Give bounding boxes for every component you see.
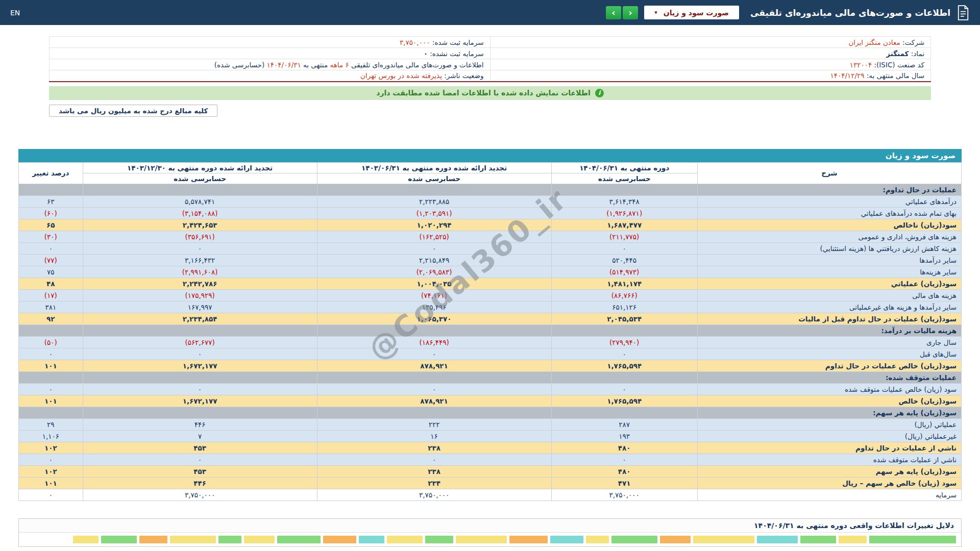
fiscal-year-value: ۱۴۰۴/۱۲/۲۹ — [830, 71, 864, 80]
table-row: غیرعملیاتي (ریال)۱۹۳۱۶۷۱,۱۰۶ — [19, 430, 962, 442]
highlighted-text-segment — [323, 536, 356, 543]
issuer-status-value: پذیرفته شده در بورس تهران — [360, 71, 442, 80]
row-value: ۱,۶۷۲,۱۷۷ — [83, 395, 317, 407]
row-value: ۶۵ — [19, 219, 83, 231]
report-type-text: اطلاعات و صورت‌های مالی میاندوره‌ای تلفی… — [351, 61, 483, 69]
row-label: ناشي از عملیات متوقف شده — [697, 454, 961, 465]
table-row: سود(زیان) پایه هر سهم: — [19, 407, 962, 418]
table-row: ناشي از عملیات متوقف شده۰۰۰۰ — [19, 454, 962, 465]
highlighted-text-segment — [277, 536, 321, 543]
row-value: ۲۳۸ — [317, 465, 551, 477]
row-value: ۳,۷۵۰,۰۰۰ — [83, 489, 317, 500]
fiscal-year-cell: سال مالی منتهی به: ۱۴۰۴/۱۲/۲۹ — [490, 70, 931, 82]
row-value: (۱۷۵,۹۲۹) — [83, 289, 317, 301]
registered-capital-cell: سرمایه ثبت شده: ۳,۷۵۰,۰۰۰ — [50, 37, 491, 48]
row-value: ۴۴۶ — [83, 477, 317, 489]
row-label: سود(زیان) خالص عملیات در حال تداوم — [697, 360, 961, 371]
table-row: سایر درآمدها۵۲۰,۴۴۵۲,۲۱۵,۸۴۹۳,۱۶۶,۴۳۲(۷۷… — [19, 254, 962, 266]
issuer-status-cell: وضعیت ناشر: پذیرفته شده در بورس تهران — [50, 70, 491, 82]
symbol-value: کمنگنز — [886, 49, 909, 58]
row-value: ۳,۷۵۰,۰۰۰ — [551, 489, 697, 500]
row-label: سود(زیان) عملیاتي — [697, 278, 961, 289]
row-value: ۱,۰۰۴,۰۳۵ — [317, 278, 551, 289]
row-label: سال جاری — [697, 336, 961, 348]
col-header-description: شرح — [697, 162, 961, 184]
highlighted-text-segment — [139, 536, 167, 543]
row-value: ۰ — [83, 348, 317, 360]
row-value: ۰ — [551, 348, 697, 360]
isic-cell: کد صنعت (ISIC): ۱۳۲۰۰۴ — [490, 59, 931, 70]
row-value: (۳۰) — [19, 231, 83, 242]
row-label: سود (زیان) خالص هر سهم – ریال — [697, 477, 961, 489]
row-value: ۸۷۸,۹۲۱ — [317, 360, 551, 371]
company-name-link[interactable]: معادن منگنز ایران — [848, 38, 900, 46]
issuer-status-label: وضعیت ناشر: — [444, 71, 483, 80]
capital-reg-value: ۳,۷۵۰,۰۰۰ — [400, 38, 430, 46]
info-row: نماد: کمنگنز سرمایه ثبت نشده: ۰ — [50, 48, 931, 59]
row-value: ۱,۷۶۵,۵۹۴ — [551, 395, 697, 407]
table-row: سود (زیان) خالص هر سهم – ریال۴۷۱۲۳۴۴۴۶۱۰… — [19, 477, 962, 489]
highlighted-text-segment — [218, 536, 241, 543]
isic-label: کد صنعت (ISIC): — [874, 61, 924, 69]
company-label: شرکت: — [902, 38, 924, 46]
symbol-label: نماد: — [911, 49, 924, 58]
highlighted-text-segment — [509, 536, 548, 543]
report-duration-text: ۶ ماهه — [330, 61, 349, 69]
row-value: (۱۸۶,۴۴۹) — [317, 336, 551, 348]
highlighted-text-segment — [244, 536, 275, 543]
table-row: سود(زیان) خالص عملیات در حال تداوم۱,۷۶۵,… — [19, 360, 962, 371]
statement-dropdown[interactable]: صورت سود و زیان ▾ — [644, 6, 739, 19]
row-value: ۳,۱۶۶,۴۳۲ — [83, 254, 317, 266]
row-label: هزینه کاهش ارزش دریافتني ها (هزینه استثن… — [697, 242, 961, 254]
row-value: ۲۳۴ — [317, 477, 551, 489]
row-value: ۱۰۱ — [19, 360, 83, 371]
row-label: سود(زیان) ناخالص — [697, 219, 961, 231]
highlighted-text-segment — [170, 536, 216, 543]
unregistered-capital-cell: سرمایه ثبت نشده: ۰ — [50, 48, 491, 59]
change-reasons-title: دلایل تغییرات اطلاعات واقعی دوره منتهی ب… — [19, 519, 961, 533]
row-value: ۴۴۶ — [83, 418, 317, 430]
table-row: درآمدهای عملیاتي۳,۶۱۴,۳۴۸۲,۲۲۳,۸۸۵۵,۵۷۸,… — [19, 195, 962, 207]
table-row: سود (زیان) خالص عملیات متوقف شده۰۰۰۰ — [19, 383, 962, 395]
row-value: ۲,۲۲۳,۸۸۵ — [317, 195, 551, 207]
row-value: (۷۷) — [19, 254, 83, 266]
table-row: ناشي از عملیات در حال تداوم۴۸۰۲۳۸۴۵۳۱۰۲ — [19, 442, 962, 454]
row-value — [19, 324, 83, 336]
chevron-down-icon: ▾ — [654, 9, 657, 16]
row-value — [19, 184, 83, 195]
row-label: عملیات در حال تداوم: — [697, 184, 961, 195]
row-label: هزینه مالیات بر درآمد: — [697, 324, 961, 336]
row-value: ۰ — [83, 383, 317, 395]
row-value: ۸۷۸,۹۲۱ — [317, 395, 551, 407]
row-value: (۶۰) — [19, 207, 83, 219]
row-value: ۲۲۲ — [317, 418, 551, 430]
income-statement-section: صورت سود و زیان شرح دوره منتهی به ۱۴۰۴/۰… — [18, 149, 962, 501]
row-value — [317, 371, 551, 383]
row-value: ۲,۴۲۴,۶۵۳ — [83, 219, 317, 231]
row-value: ۰ — [83, 242, 317, 254]
table-row: عملیاتي (ریال)۲۸۷۲۲۲۴۴۶۲۹ — [19, 418, 962, 430]
row-value: ۰ — [551, 454, 697, 465]
highlighted-text-segment — [839, 536, 867, 543]
table-row: سود(زیان) پایه هر سهم۴۸۰۲۳۸۴۵۳۱۰۲ — [19, 465, 962, 477]
row-value — [551, 184, 697, 195]
row-value: ۱,۷۶۵,۵۹۴ — [551, 360, 697, 371]
highlighted-text-segment — [456, 536, 507, 543]
row-label: هزینه های فروش، اداری و عمومی — [697, 231, 961, 242]
row-value — [19, 407, 83, 418]
report-period-cell: اطلاعات و صورت‌های مالی میاندوره‌ای تلفی… — [50, 59, 491, 70]
row-value: (۵۱۴,۹۷۳) — [551, 266, 697, 278]
language-toggle[interactable]: EN — [10, 9, 20, 17]
row-label: سود(زیان) پایه هر سهم: — [697, 407, 961, 418]
row-value: ۰ — [317, 454, 551, 465]
highlighted-text-segment — [586, 536, 609, 543]
change-reasons-panel: دلایل تغییرات اطلاعات واقعی دوره منتهی ب… — [18, 518, 962, 547]
nav-back-button[interactable]: ‹ — [623, 6, 638, 19]
page-title: اطلاعات و صورت‌های مالی میاندوره‌ای تلفی… — [750, 8, 950, 18]
highlighted-text-segment — [611, 536, 657, 543]
row-value: ۰ — [317, 383, 551, 395]
table-row: سال جاری(۲۷۹,۹۴۰)(۱۸۶,۴۴۹)(۵۶۲,۶۷۷)(۵۰) — [19, 336, 962, 348]
col-header-current-period: دوره منتهی به ۱۴۰۴/۰۶/۳۱ — [551, 162, 697, 173]
row-value: ۱۶ — [317, 430, 551, 442]
nav-forward-button[interactable]: › — [606, 6, 621, 19]
